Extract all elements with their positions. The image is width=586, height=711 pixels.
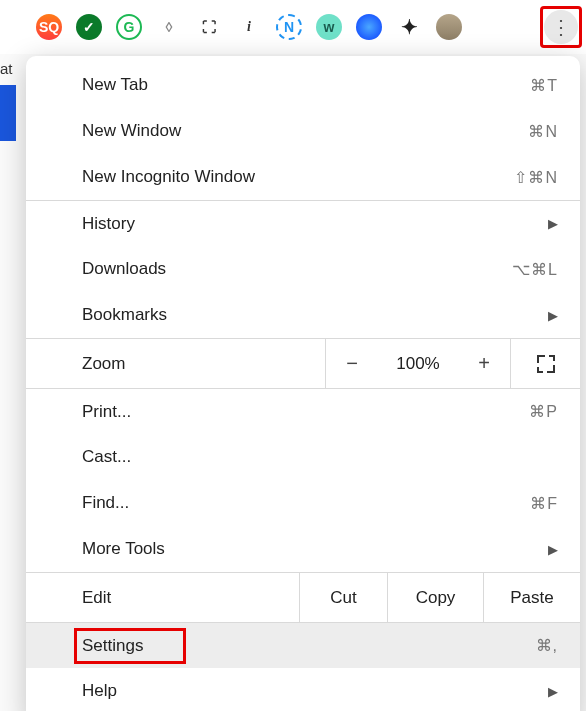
extension-icon-notion[interactable]: N <box>276 14 302 40</box>
zoom-label: Zoom <box>26 339 326 388</box>
menu-item-history[interactable]: History ▶ <box>26 200 580 246</box>
extension-icon-w[interactable]: w <box>316 14 342 40</box>
menu-item-print[interactable]: Print... ⌘P <box>26 388 580 434</box>
menu-label: Settings <box>82 636 536 656</box>
chrome-main-menu: New Tab ⌘T New Window ⌘N New Incognito W… <box>26 56 580 711</box>
menu-item-cast[interactable]: Cast... <box>26 434 580 480</box>
menu-label: New Window <box>82 121 528 141</box>
menu-shortcut: ⌥⌘L <box>512 260 558 279</box>
zoom-out-button[interactable]: − <box>326 339 378 388</box>
browser-toolbar: SQ ✓ G ◊ ⛶ i N w ✦ ⋮ <box>0 0 586 54</box>
menu-label: New Incognito Window <box>82 167 514 187</box>
submenu-arrow-icon: ▶ <box>548 216 558 231</box>
menu-item-help[interactable]: Help ▶ <box>26 668 580 711</box>
edit-cut-button[interactable]: Cut <box>300 573 388 622</box>
menu-shortcut: ⌘T <box>530 76 558 95</box>
extension-icon-sq[interactable]: SQ <box>36 14 62 40</box>
extensions-puzzle-icon[interactable]: ✦ <box>396 14 422 40</box>
extension-icon-grammarly[interactable]: G <box>116 14 142 40</box>
menu-item-find[interactable]: Find... ⌘F <box>26 480 580 526</box>
zoom-in-button[interactable]: + <box>458 339 510 388</box>
submenu-arrow-icon: ▶ <box>548 542 558 557</box>
menu-label: Print... <box>82 402 529 422</box>
menu-label: Bookmarks <box>82 305 548 325</box>
menu-item-new-window[interactable]: New Window ⌘N <box>26 108 580 154</box>
extension-icon-checkmark[interactable]: ✓ <box>76 14 102 40</box>
extension-icon-shield[interactable]: ◊ <box>156 14 182 40</box>
highlight-box <box>540 6 582 48</box>
zoom-value: 100% <box>378 339 458 388</box>
menu-shortcut: ⌘, <box>536 636 558 655</box>
menu-item-new-tab[interactable]: New Tab ⌘T <box>26 56 580 108</box>
page-fragment-text: at <box>0 60 13 77</box>
fullscreen-button[interactable] <box>510 339 580 388</box>
menu-label: Downloads <box>82 259 512 279</box>
extension-icon-globe[interactable] <box>356 14 382 40</box>
edit-copy-button[interactable]: Copy <box>388 573 484 622</box>
page-background-strip <box>0 85 16 141</box>
menu-item-bookmarks[interactable]: Bookmarks ▶ <box>26 292 580 338</box>
edit-paste-button[interactable]: Paste <box>484 573 580 622</box>
menu-label: History <box>82 214 548 234</box>
kebab-menu-button[interactable]: ⋮ <box>544 10 578 44</box>
menu-label: New Tab <box>82 75 530 95</box>
menu-label: Cast... <box>82 447 558 467</box>
extension-icon-frame[interactable]: ⛶ <box>196 14 222 40</box>
fullscreen-icon <box>537 355 555 373</box>
menu-shortcut: ⇧⌘N <box>514 168 558 187</box>
submenu-arrow-icon: ▶ <box>548 684 558 699</box>
edit-label: Edit <box>26 573 300 622</box>
menu-label: More Tools <box>82 539 548 559</box>
menu-item-zoom: Zoom − 100% + <box>26 338 580 388</box>
menu-shortcut: ⌘F <box>530 494 558 513</box>
menu-label: Find... <box>82 493 530 513</box>
menu-shortcut: ⌘N <box>528 122 558 141</box>
menu-item-downloads[interactable]: Downloads ⌥⌘L <box>26 246 580 292</box>
submenu-arrow-icon: ▶ <box>548 308 558 323</box>
profile-avatar[interactable] <box>436 14 462 40</box>
extension-icon-info[interactable]: i <box>236 14 262 40</box>
menu-item-edit: Edit Cut Copy Paste <box>26 572 580 622</box>
menu-shortcut: ⌘P <box>529 402 558 421</box>
menu-item-more-tools[interactable]: More Tools ▶ <box>26 526 580 572</box>
menu-label: Help <box>82 681 548 701</box>
menu-item-settings[interactable]: Settings ⌘, <box>26 622 580 668</box>
menu-item-new-incognito[interactable]: New Incognito Window ⇧⌘N <box>26 154 580 200</box>
